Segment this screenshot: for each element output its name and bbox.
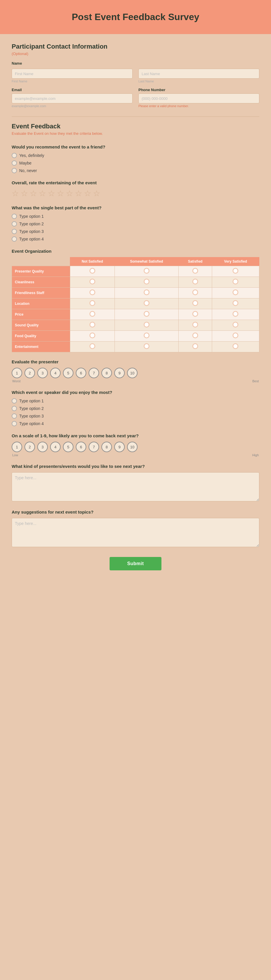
org-cell-6-1[interactable] — [70, 320, 115, 331]
presenter-scale-2[interactable]: 2 — [24, 368, 35, 378]
org-cell-2-3[interactable] — [179, 277, 212, 288]
org-cell-2-1[interactable] — [70, 277, 115, 288]
org-cell-3-1[interactable] — [70, 288, 115, 298]
org-cell-8-2[interactable] — [115, 342, 179, 352]
enjoyed-option-2[interactable]: Type option 2 — [12, 406, 259, 411]
org-cell-7-4[interactable] — [212, 331, 259, 342]
table-row: Location — [12, 298, 259, 309]
come-back-scale-3[interactable]: 3 — [37, 442, 48, 452]
org-cell-6-2[interactable] — [115, 320, 179, 331]
presenter-scale-3[interactable]: 3 — [37, 368, 48, 378]
come-back-scale-8[interactable]: 8 — [101, 442, 112, 452]
org-cell-1-4[interactable] — [212, 266, 259, 277]
org-cell-8-1[interactable] — [70, 342, 115, 352]
star-8[interactable]: ☆ — [75, 189, 82, 198]
presenter-scale-9[interactable]: 9 — [114, 368, 125, 378]
come-back-scale-2[interactable]: 2 — [24, 442, 35, 452]
presenter-scale-7[interactable]: 7 — [89, 368, 99, 378]
phone-error: Please enter a valid phone number. — [139, 104, 259, 108]
star-3[interactable]: ☆ — [30, 189, 37, 198]
come-back-scale-4[interactable]: 4 — [50, 442, 61, 452]
org-cell-1-3[interactable] — [179, 266, 212, 277]
recommend-option-1[interactable]: Yes, definitely — [12, 153, 259, 158]
org-cell-8-3[interactable] — [179, 342, 212, 352]
org-cell-5-3[interactable] — [179, 309, 212, 320]
recommend-radio-1[interactable] — [12, 153, 17, 158]
best-part-option-2[interactable]: Type option 2 — [12, 221, 259, 226]
enjoyed-radio-4[interactable] — [12, 421, 17, 426]
enjoyed-option-3[interactable]: Type option 3 — [12, 414, 259, 419]
enjoyed-option-1[interactable]: Type option 1 — [12, 398, 259, 404]
org-cell-7-2[interactable] — [115, 331, 179, 342]
org-cell-4-2[interactable] — [115, 298, 179, 309]
star-7[interactable]: ☆ — [66, 189, 73, 198]
enjoyed-option-4[interactable]: Type option 4 — [12, 421, 259, 426]
best-part-option-4-label: Type option 4 — [19, 237, 44, 241]
first-name-input[interactable] — [12, 69, 132, 79]
come-back-scale-1[interactable]: 1 — [12, 442, 22, 452]
presenter-scale-5[interactable]: 5 — [63, 368, 73, 378]
star-2[interactable]: ☆ — [21, 189, 28, 198]
last-name-input[interactable] — [139, 69, 259, 79]
star-1[interactable]: ☆ — [12, 189, 19, 198]
presenter-scale-4[interactable]: 4 — [50, 368, 61, 378]
star-10[interactable]: ☆ — [93, 189, 100, 198]
presenter-scale-min-label: Worst — [12, 379, 21, 383]
come-back-scale-7[interactable]: 7 — [89, 442, 99, 452]
org-cell-3-2[interactable] — [115, 288, 179, 298]
best-part-radio-3[interactable] — [12, 229, 17, 234]
enjoyed-radio-2[interactable] — [12, 406, 17, 411]
table-row: Food Quality — [12, 331, 259, 342]
star-rating[interactable]: ☆ ☆ ☆ ☆ ☆ ☆ ☆ ☆ ☆ ☆ — [12, 189, 259, 198]
best-part-radio-4[interactable] — [12, 236, 17, 242]
org-cell-7-3[interactable] — [179, 331, 212, 342]
org-cell-5-2[interactable] — [115, 309, 179, 320]
presenter-scale-8[interactable]: 8 — [101, 368, 112, 378]
org-cell-8-4[interactable] — [212, 342, 259, 352]
org-cell-3-4[interactable] — [212, 288, 259, 298]
recommend-option-3[interactable]: No, never — [12, 168, 259, 173]
submit-container: Submit — [12, 557, 259, 570]
recommend-radio-2[interactable] — [12, 161, 17, 165]
org-cell-1-2[interactable] — [115, 266, 179, 277]
next-event-topics-input[interactable] — [12, 518, 259, 547]
org-cell-1-1[interactable] — [70, 266, 115, 277]
presenter-scale-6[interactable]: 6 — [76, 368, 86, 378]
email-input[interactable] — [12, 94, 132, 103]
org-cell-3-3[interactable] — [179, 288, 212, 298]
org-cell-4-3[interactable] — [179, 298, 212, 309]
star-6[interactable]: ☆ — [57, 189, 64, 198]
org-cell-4-1[interactable] — [70, 298, 115, 309]
table-row: Price — [12, 309, 259, 320]
enjoyed-radio-3[interactable] — [12, 414, 17, 419]
best-part-option-3[interactable]: Type option 3 — [12, 229, 259, 234]
recommend-radio-3[interactable] — [12, 168, 17, 173]
best-part-option-4[interactable]: Type option 4 — [12, 236, 259, 242]
star-4[interactable]: ☆ — [39, 189, 46, 198]
star-5[interactable]: ☆ — [48, 189, 55, 198]
org-cell-2-4[interactable] — [212, 277, 259, 288]
best-part-radio-2[interactable] — [12, 221, 17, 226]
next-year-presenters-input[interactable] — [12, 472, 259, 501]
recommend-option-2[interactable]: Maybe — [12, 161, 259, 165]
come-back-scale-6[interactable]: 6 — [76, 442, 86, 452]
org-cell-6-4[interactable] — [212, 320, 259, 331]
star-9[interactable]: ☆ — [84, 189, 91, 198]
enjoyed-radio-1[interactable] — [12, 398, 17, 404]
presenter-scale-1[interactable]: 1 — [12, 368, 22, 378]
feedback-section-subtitle: Evaluate the Event on how they met the c… — [12, 131, 259, 136]
come-back-scale-9[interactable]: 9 — [114, 442, 125, 452]
come-back-scale-5[interactable]: 5 — [63, 442, 73, 452]
presenter-scale-10[interactable]: 10 — [127, 368, 137, 378]
org-cell-5-1[interactable] — [70, 309, 115, 320]
org-cell-6-3[interactable] — [179, 320, 212, 331]
best-part-radio-1[interactable] — [12, 214, 17, 219]
org-cell-2-2[interactable] — [115, 277, 179, 288]
org-cell-7-1[interactable] — [70, 331, 115, 342]
come-back-scale-10[interactable]: 10 — [127, 442, 137, 452]
org-cell-5-4[interactable] — [212, 309, 259, 320]
org-cell-4-4[interactable] — [212, 298, 259, 309]
phone-input[interactable] — [139, 94, 259, 103]
best-part-option-1[interactable]: Type option 1 — [12, 214, 259, 219]
submit-button[interactable]: Submit — [110, 557, 161, 570]
